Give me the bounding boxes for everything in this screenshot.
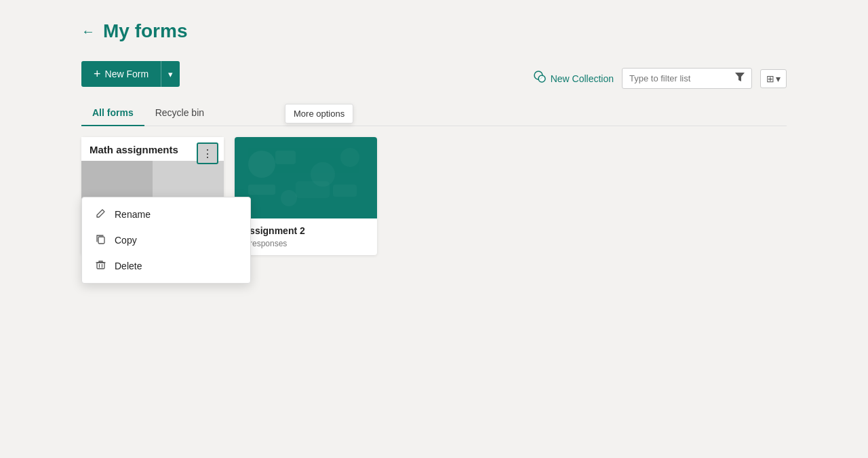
rename-icon — [94, 208, 106, 221]
delete-label: Delete — [115, 261, 142, 271]
tab-recycle-bin[interactable]: Recycle bin — [144, 100, 215, 126]
copy-label: Copy — [115, 235, 137, 246]
context-menu-copy[interactable]: Copy — [82, 227, 250, 253]
context-menu-rename[interactable]: Rename — [82, 202, 250, 227]
context-menu-delete[interactable]: Delete — [82, 253, 250, 279]
svg-point-7 — [340, 148, 359, 167]
filter-input[interactable] — [629, 73, 731, 83]
svg-point-1 — [538, 75, 545, 82]
view-chevron-icon: ▾ — [776, 73, 781, 84]
grid-icon: ⊞ — [766, 73, 774, 84]
plus-icon: + — [94, 67, 101, 81]
tab-all-forms[interactable]: All forms — [81, 100, 144, 126]
svg-rect-6 — [248, 185, 275, 195]
svg-rect-10 — [333, 185, 357, 197]
new-collection-label: New Collection — [551, 73, 614, 84]
view-toggle-button[interactable]: ⊞ ▾ — [760, 69, 787, 88]
svg-rect-4 — [275, 151, 296, 164]
chevron-down-icon: ▾ — [168, 69, 173, 79]
page-title: My forms — [103, 20, 187, 42]
svg-point-3 — [248, 151, 275, 178]
context-menu: Rename Copy Delete — [81, 197, 251, 284]
assignment2-card[interactable]: Assignment 2 0 responses — [235, 137, 377, 255]
svg-rect-8 — [296, 181, 330, 198]
assignment2-thumbnail — [235, 137, 377, 218]
new-form-dropdown-button[interactable]: ▾ — [161, 61, 180, 87]
rename-label: Rename — [115, 209, 151, 220]
top-right-controls: New Collection ⊞ ▾ — [533, 68, 787, 89]
new-form-button[interactable]: + New Form — [81, 61, 161, 87]
math-card-more-button[interactable]: ⋮ — [197, 142, 218, 164]
more-options-tooltip: More options — [285, 104, 353, 123]
assignment2-responses: 0 responses — [243, 239, 369, 248]
assignment2-name: Assignment 2 — [243, 225, 369, 236]
svg-point-9 — [281, 190, 297, 206]
page-header: ← My forms — [81, 20, 787, 42]
back-button[interactable]: ← — [81, 24, 95, 39]
copy-icon — [94, 234, 106, 246]
svg-marker-2 — [735, 73, 745, 81]
svg-rect-12 — [97, 263, 104, 269]
collection-icon — [533, 70, 547, 87]
tabs-bar: All forms Recycle bin More options — [81, 100, 787, 126]
assignment2-footer: Assignment 2 0 responses — [235, 218, 377, 255]
new-form-label: New Form — [105, 69, 149, 79]
svg-rect-11 — [98, 237, 104, 244]
new-collection-button[interactable]: New Collection — [533, 70, 614, 87]
filter-icon — [735, 73, 745, 84]
delete-icon — [94, 260, 106, 272]
filter-input-wrap[interactable] — [622, 68, 752, 89]
